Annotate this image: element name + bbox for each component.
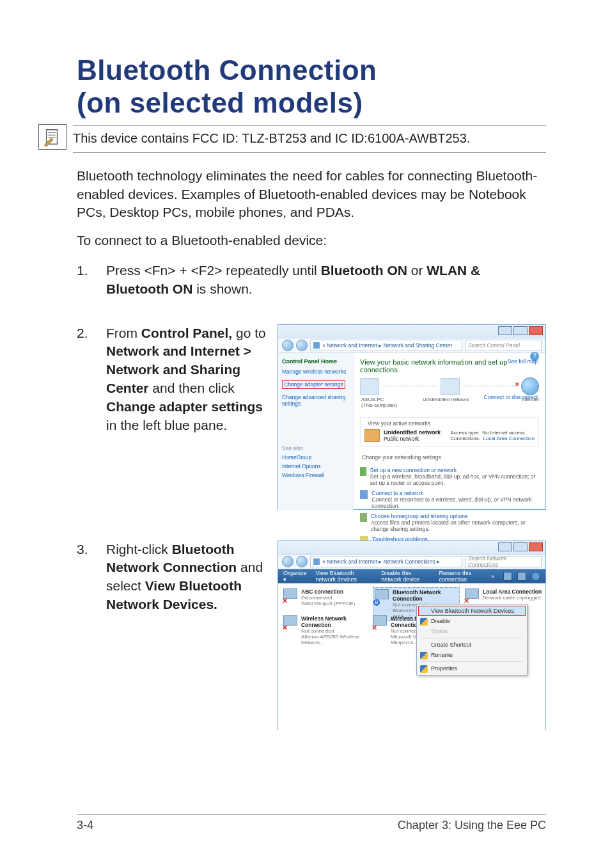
- conn4-s1: Not connected: [301, 628, 366, 634]
- search-input[interactable]: Search Control Panel: [465, 340, 542, 351]
- task1-title: Set up a new connection or network: [370, 467, 457, 473]
- page-footer: 3-4 Chapter 3: Using the Eee PC: [77, 814, 546, 832]
- search-input-2[interactable]: Search Network Connections: [465, 556, 542, 567]
- task3-title: Choose homegroup and sharing options: [371, 513, 467, 519]
- breadcrumb-icon: [313, 558, 320, 565]
- conn4-s2: Atheros AR9285 Wireless Network...: [301, 634, 366, 645]
- breadcrumb-2[interactable]: « Network and Internet ▸ Network Connect…: [310, 556, 462, 567]
- conn3-s1: Network cable unplugged: [483, 595, 542, 601]
- minimize-button[interactable]: [498, 326, 512, 335]
- step-2-number: 2.: [77, 324, 106, 436]
- view-active-networks-label: View your active networks: [366, 420, 432, 427]
- active-network-type[interactable]: Public network: [384, 436, 419, 442]
- connect-instruction: To connect to a Bluetooth-enabled device…: [77, 232, 546, 249]
- link-internet-options[interactable]: Internet Options: [282, 463, 349, 470]
- link-connect-disconnect[interactable]: Connect or disconnect: [483, 394, 538, 400]
- conn2-name: Bluetooth Network Connection: [393, 589, 458, 602]
- conn1-s1: Disconnected: [301, 595, 355, 601]
- toolbar-rename[interactable]: Rename this connection: [439, 570, 482, 583]
- toolbar-disable[interactable]: Disable this network device: [381, 570, 430, 583]
- disconnected-icon: ✕: [371, 624, 377, 632]
- menu-separator: [421, 661, 523, 662]
- menu-create-shortcut[interactable]: Create Shortcut: [418, 640, 526, 650]
- close-button[interactable]: [529, 542, 543, 551]
- menu-status: Status: [418, 626, 526, 636]
- connection-lan[interactable]: ✕ Local Area ConnectionNetwork cable unp…: [465, 588, 548, 603]
- step-1-post: is shown.: [192, 281, 252, 296]
- monitor-icon: [375, 589, 389, 599]
- close-button[interactable]: [529, 326, 543, 335]
- maximize-button[interactable]: [513, 542, 528, 551]
- bluetooth-icon: B: [373, 599, 380, 606]
- step-2-text: From Control Panel, go to Network and In…: [106, 324, 269, 436]
- preview-icon[interactable]: [517, 572, 526, 581]
- toolbar-view-bt-devices[interactable]: View Bluetooth network devices: [316, 570, 373, 583]
- forward-icon[interactable]: [296, 556, 308, 567]
- connection-line-broken: [464, 386, 517, 386]
- intro-paragraph: Bluetooth technology eliminates the need…: [77, 167, 546, 221]
- computer-icon: [360, 378, 379, 395]
- menu-disable[interactable]: Disable: [418, 616, 526, 626]
- menu-properties[interactable]: Properties: [418, 663, 526, 674]
- back-icon[interactable]: [282, 556, 293, 567]
- link-change-adapter-settings[interactable]: Change adapter settings: [282, 380, 345, 389]
- link-windows-firewall[interactable]: Windows Firewall: [282, 472, 349, 478]
- step-1-mid: or: [407, 263, 426, 278]
- access-type-value: No Internet access: [482, 430, 525, 436]
- page-number: 3-4: [77, 819, 93, 832]
- link-local-area-connection[interactable]: Local Area Connection: [483, 436, 535, 441]
- shield-icon: [420, 652, 428, 659]
- forward-icon[interactable]: [296, 340, 308, 351]
- disconnected-icon: ✕: [282, 597, 288, 605]
- homegroup-icon: [360, 513, 367, 522]
- breadcrumb[interactable]: « Network and Internet ▸ Network and Sha…: [310, 340, 462, 351]
- menu-properties-label: Properties: [431, 665, 457, 672]
- disconnected-icon: ✕: [282, 624, 288, 632]
- menu-rename[interactable]: Rename: [418, 650, 526, 660]
- pc-sublabel: (This computer): [361, 402, 397, 408]
- toolbar: Organize ▾ View Bluetooth network device…: [278, 569, 545, 583]
- network-icon: [441, 378, 460, 395]
- globe-icon: [521, 377, 539, 395]
- title-line-1: Bluetooth Connection: [77, 54, 546, 87]
- toolbar-organize[interactable]: Organize ▾: [283, 570, 307, 583]
- link-homegroup[interactable]: HomeGroup: [282, 454, 349, 461]
- link-see-full-map[interactable]: See full map: [508, 358, 538, 365]
- task-connect-network[interactable]: Connect to a networkConnect or reconnect…: [360, 490, 539, 509]
- see-also-label: See also: [282, 445, 349, 452]
- view-icon[interactable]: [503, 572, 512, 581]
- task1-sub: Set up a wireless, broadband, dial-up, a…: [370, 473, 539, 486]
- active-network-icon: [364, 429, 380, 442]
- step-2: 2. From Control Panel, go to Network and…: [77, 324, 546, 510]
- minimize-button[interactable]: [498, 542, 512, 551]
- link-change-advanced-sharing[interactable]: Change advanced sharing settings: [282, 394, 349, 407]
- toolbar-more[interactable]: »: [491, 573, 494, 580]
- connection-line-1: [383, 386, 437, 386]
- link-manage-wireless[interactable]: Manage wireless networks: [282, 368, 349, 375]
- connection-abc[interactable]: ✕ ABC connectionDisconnectedWAN Miniport…: [283, 588, 366, 606]
- task-homegroup[interactable]: Choose homegroup and sharing optionsAcce…: [360, 513, 539, 532]
- menu-view-bluetooth-devices[interactable]: View Bluetooth Network Devices: [418, 606, 526, 616]
- step-1-text: Press <Fn> + <F2> repeatedly until Bluet…: [106, 262, 546, 299]
- step-3-text: Right-click Bluetooth Network Connection…: [106, 541, 269, 615]
- right-pane: ? View your basic network information an…: [354, 353, 545, 510]
- conn3-name: Local Area Connection: [483, 588, 542, 595]
- connection-wireless-1[interactable]: ✕ Wireless Network ConnectionNot connect…: [283, 615, 366, 645]
- title-line-2: (on selected models): [77, 87, 546, 120]
- pc-label: ASUS-PC: [361, 397, 384, 402]
- task-setup-connection[interactable]: Set up a new connection or networkSet up…: [360, 467, 539, 486]
- task3-sub: Access files and printers located on oth…: [371, 519, 539, 532]
- step-1-number: 1.: [77, 262, 106, 299]
- back-icon[interactable]: [282, 340, 293, 351]
- chapter-label: Chapter 3: Using the Eee PC: [398, 819, 546, 832]
- help-icon[interactable]: [531, 572, 540, 581]
- step-3-t1: Right-click: [106, 542, 172, 556]
- step-2-t1: From: [106, 326, 141, 340]
- connect-icon: [360, 490, 368, 499]
- step-1-bold-1: Bluetooth ON: [321, 263, 407, 278]
- access-type-label: Access type:: [450, 430, 479, 436]
- search-placeholder-2: Search Network Connections: [468, 555, 538, 568]
- task2-title: Connect to a network: [371, 490, 423, 496]
- control-panel-home[interactable]: Control Panel Home: [282, 358, 349, 365]
- maximize-button[interactable]: [513, 326, 528, 335]
